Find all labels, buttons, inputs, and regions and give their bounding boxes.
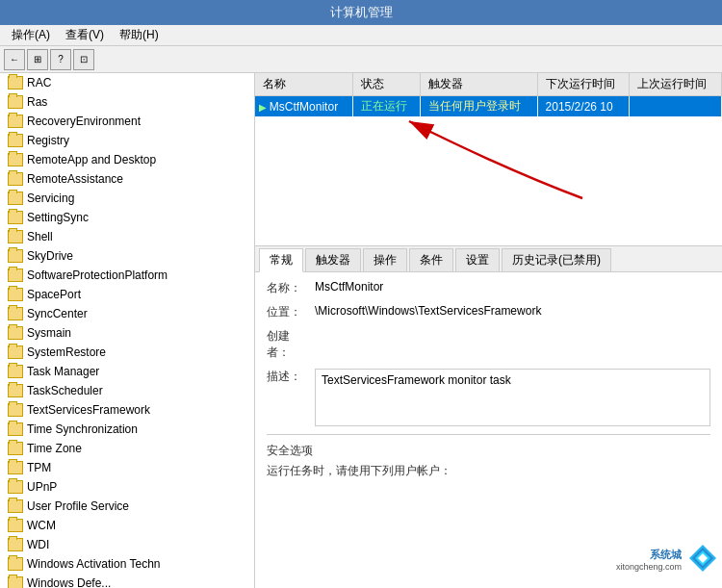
tree-item-label: SkyDrive [27, 249, 73, 263]
folder-icon [8, 403, 23, 417]
tab-设置[interactable]: 设置 [455, 248, 500, 271]
tree-item-label: Servicing [27, 192, 74, 205]
detail-author-row: 创建者： [267, 328, 710, 361]
tab-操作[interactable]: 操作 [363, 248, 407, 271]
tree-item-label: RAC [27, 76, 51, 89]
tree-item[interactable]: Ras [0, 92, 254, 112]
folder-icon [8, 557, 23, 571]
tree-item[interactable]: Time Synchronization [0, 420, 254, 439]
tree-item[interactable]: TPM [0, 458, 254, 477]
folder-icon [8, 442, 23, 455]
tree-item[interactable]: SystemRestore [0, 343, 254, 362]
grid-button[interactable]: ⊞ [27, 49, 48, 70]
tree-item[interactable]: WCM [0, 516, 254, 535]
tree-item-label: User Profile Service [27, 499, 129, 513]
right-panel: 名称 状态 触发器 下次运行时间 上次运行时间 ▶ MsCtfMonitor正在… [255, 73, 722, 588]
folder-icon [8, 230, 23, 243]
folder-icon [8, 519, 23, 532]
tree-item[interactable]: SettingSync [0, 208, 254, 227]
tree-item-label: TPM [27, 461, 51, 474]
col-last-run: 上次运行时间 [630, 73, 722, 96]
security-label: 运行任务时，请使用下列用户帐户： [267, 463, 710, 479]
detail-location-row: 位置： \Microsoft\Windows\TextServicesFrame… [267, 304, 710, 320]
folder-icon [8, 365, 23, 378]
folder-icon [8, 249, 23, 263]
tree-item[interactable]: SyncCenter [0, 304, 254, 323]
tree-item[interactable]: RAC [0, 73, 254, 92]
tree-item-label: Windows Defe... [27, 576, 111, 588]
name-label: 名称： [267, 280, 315, 296]
row-last-run [630, 96, 722, 117]
tree-item[interactable]: Sysmain [0, 323, 254, 343]
table-header-row: 名称 状态 触发器 下次运行时间 上次运行时间 [255, 73, 722, 96]
left-panel-tree: RACRasRecoveryEnvironmentRegistryRemoteA… [0, 73, 255, 588]
tree-item[interactable]: SkyDrive [0, 246, 254, 266]
tree-item[interactable]: WDI [0, 535, 254, 554]
tree-item-label: RemoteAssistance [27, 172, 123, 186]
tree-item-label: Time Zone [27, 442, 82, 455]
col-trigger: 触发器 [421, 73, 537, 96]
tree-item[interactable]: SpacePort [0, 285, 254, 304]
tree-item[interactable]: Windows Defe... [0, 574, 254, 588]
tree-item[interactable]: Servicing [0, 189, 254, 208]
tree-item-label: Ras [27, 95, 47, 109]
author-label: 创建者： [267, 328, 315, 361]
tree-item[interactable]: Windows Activation Techn [0, 554, 254, 574]
tree-item[interactable]: Registry [0, 131, 254, 150]
folder-icon [8, 268, 23, 282]
folder-icon [8, 115, 23, 128]
tree-item[interactable]: RemoteApp and Desktop [0, 150, 254, 169]
window-button[interactable]: ⊡ [73, 49, 94, 70]
folder-icon [8, 576, 23, 588]
tree-item-label: Time Synchronization [27, 422, 138, 436]
tree-item[interactable]: Time Zone [0, 439, 254, 458]
folder-icon [8, 345, 23, 359]
tree-item[interactable]: Shell [0, 227, 254, 246]
folder-icon [8, 326, 23, 340]
tree-item[interactable]: RecoveryEnvironment [0, 112, 254, 131]
tabs-bar: 常规触发器操作条件设置历史记录(已禁用) [255, 246, 722, 272]
task-table: 名称 状态 触发器 下次运行时间 上次运行时间 ▶ MsCtfMonitor正在… [255, 73, 722, 116]
folder-icon [8, 384, 23, 397]
folder-icon [8, 211, 23, 224]
tab-常规[interactable]: 常规 [259, 248, 303, 272]
tree-item-label: TaskScheduler [27, 384, 103, 397]
task-name: MsCtfMonitor [270, 100, 338, 114]
menu-item-help[interactable]: 帮助(H) [112, 25, 167, 45]
tree-item[interactable]: Task Manager [0, 362, 254, 381]
folder-icon [8, 134, 23, 147]
tree-item[interactable]: TaskScheduler [0, 381, 254, 400]
menu-item-view[interactable]: 查看(V) [58, 25, 112, 45]
tree-item[interactable]: SoftwareProtectionPlatform [0, 266, 254, 285]
back-button[interactable]: ← [4, 49, 25, 70]
tab-历史记录(已禁用)[interactable]: 历史记录(已禁用) [502, 248, 611, 271]
row-icon-cell: ▶ MsCtfMonitor [255, 96, 353, 117]
tab-条件[interactable]: 条件 [409, 248, 453, 271]
folder-icon [8, 307, 23, 320]
menu-item-action[interactable]: 操作(A) [4, 25, 58, 45]
folder-icon [8, 288, 23, 301]
tree-item-label: SettingSync [27, 211, 89, 224]
tree-item[interactable]: TextServicesFramework [0, 400, 254, 420]
folder-icon [8, 153, 23, 166]
col-name: 名称 [255, 73, 353, 96]
tree-item[interactable]: RemoteAssistance [0, 169, 254, 189]
tab-触发器[interactable]: 触发器 [305, 248, 361, 271]
folder-icon [8, 461, 23, 474]
tree-item[interactable]: UPnP [0, 477, 254, 497]
tree-item[interactable]: User Profile Service [0, 497, 254, 516]
help-button[interactable]: ? [50, 49, 71, 70]
tree-item-label: Sysmain [27, 326, 71, 340]
main-container: RACRasRecoveryEnvironmentRegistryRemoteA… [0, 73, 722, 588]
tree-item-label: Shell [27, 230, 53, 243]
task-status-icon: ▶ [259, 102, 270, 113]
toolbar: ← ⊞ ? ⊡ [0, 46, 722, 73]
tree-item-label: Windows Activation Techn [27, 557, 161, 571]
col-next-run: 下次运行时间 [537, 73, 630, 96]
table-row[interactable]: ▶ MsCtfMonitor正在运行当任何用户登录时2015/2/26 10 [255, 96, 722, 117]
location-value: \Microsoft\Windows\TextServicesFramework [315, 304, 710, 318]
detail-desc-row: 描述： TextServicesFramework monitor task [267, 369, 710, 426]
title-bar: 计算机管理 [0, 0, 722, 25]
menu-bar: 操作(A) 查看(V) 帮助(H) [0, 25, 722, 46]
folder-icon [8, 172, 23, 186]
